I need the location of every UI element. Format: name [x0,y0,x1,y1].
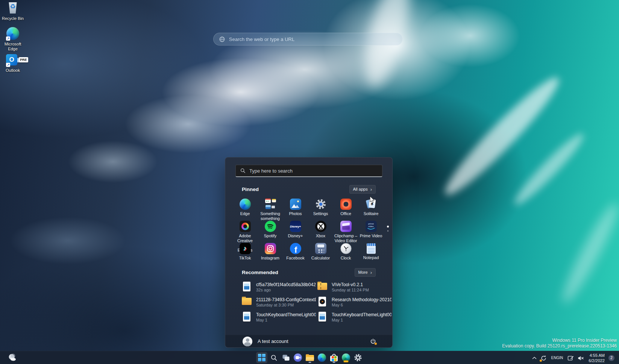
edge-icon [318,353,326,362]
pinned-app-calculator[interactable]: Calculator [308,241,333,263]
zip-folder-icon [317,281,327,293]
office-icon [340,199,352,210]
pinned-app-grid: Edge Something something Photos Setti [232,196,384,263]
more-button[interactable]: More › [355,268,376,277]
disney-plus-icon: Disney+ [290,221,301,232]
pinned-app-instagram[interactable]: Instagram [258,241,283,263]
tray-time: 4:55 AM [589,353,605,358]
image-file-icon [242,311,252,323]
pinned-app-edge[interactable]: Edge [232,196,258,218]
video-file-icon [317,296,327,308]
image-file-icon [317,311,327,323]
taskbar-chat-button[interactable] [292,352,303,363]
recommended-item[interactable]: TouchKeyboardThemeLight003 May 1 [317,309,393,325]
chevron-up-icon [532,356,537,359]
desktop-icon-recycle-bin[interactable]: ♻ Recycle Bin [1,2,25,21]
recommended-grid: cf5a73fe0f1f4a0cd58a38b04219a01... 32s a… [242,279,393,325]
adobe-express-icon [240,221,251,232]
weather-moon-icon [7,353,17,362]
prime-video-icon: prime video [366,221,377,232]
pen-input-icon [567,355,574,361]
outlook-icon: O PRE ↗ [5,53,20,67]
pinned-app-facebook[interactable]: f Facebook [283,241,308,263]
tray-language-button[interactable]: ENG IN [549,352,566,364]
start-menu-footer: A test account [225,335,392,347]
gear-icon [315,199,326,210]
pinned-app-photos[interactable]: Photos [283,196,308,218]
taskbar-store-button[interactable] [328,352,340,363]
power-button[interactable] [368,337,378,346]
avatar [243,337,252,346]
evaluation-watermark: Windows 11 Pro Insider Preview Evaluatio… [502,338,617,349]
user-account-button[interactable]: A test account [258,338,288,344]
pinned-app-disney-plus[interactable]: Disney+ Disney+ [283,218,308,241]
clipchamp-icon [340,221,352,232]
pinned-app-xbox[interactable]: Xbox [308,218,333,241]
tray-pen-button[interactable] [566,352,576,364]
image-file-icon [242,281,252,293]
all-apps-button[interactable]: All apps › [349,185,376,194]
globe-search-icon [219,36,225,42]
page-dot-active[interactable] [387,226,389,228]
pinned-app-solitaire[interactable]: ♠ Solitaire [358,196,384,218]
edge-icon [240,199,251,210]
desktop-icon-microsoft-edge[interactable]: ↗ Microsoft Edge [1,27,25,51]
tray-volume-button[interactable] [576,352,586,364]
folder-icon [242,296,252,308]
clock-icon [340,243,352,254]
wave-foam [437,70,567,203]
tray-notification-badge[interactable]: 2 [608,355,614,361]
pinned-app-adobe-express[interactable]: Adobe Creative Cloud Express [232,218,258,241]
desktop-icon-label: Outlook [1,68,25,73]
taskbar-search-button[interactable] [268,352,279,363]
tiktok-icon: ♪ [240,243,251,254]
chevron-right-icon: › [370,187,372,192]
pinned-app-settings[interactable]: Settings [308,196,333,218]
pinned-app-spotify[interactable]: Spotify [258,218,283,241]
collage-icon [265,199,276,210]
recommended-item[interactable]: Research Methodology-20210401_0... May 6 [317,294,393,309]
spotify-icon [265,221,276,232]
taskbar-widgets-button[interactable] [4,352,20,363]
chevron-right-icon: › [370,270,372,275]
pinned-app-something-something[interactable]: Something something [258,196,283,218]
taskbar-edge-button[interactable] [316,352,328,363]
pinned-app-clipchamp[interactable]: Clipchamp – Video Editor [333,218,358,241]
pinned-app-notepad[interactable]: Notepad [358,241,384,263]
recommended-item[interactable]: ViVeTool-v0.2.1 Sunday at 11:24 PM [317,279,393,294]
desktop-icon-outlook[interactable]: O PRE ↗ Outlook [1,53,25,73]
start-search-box[interactable] [235,165,382,177]
file-explorer-icon [306,354,314,361]
desktop-icon-label: Recycle Bin [1,16,25,21]
shortcut-arrow-icon: ↗ [6,63,10,67]
search-icon [240,168,246,173]
taskbar-edge-canary-button[interactable] [340,352,352,363]
start-search-input[interactable] [249,168,378,174]
recommended-item[interactable]: TouchKeyboardThemeLight000 May 1 [242,309,317,325]
calculator-icon [315,243,326,254]
speaker-muted-icon [578,355,584,361]
pinned-app-office[interactable]: Office [333,196,358,218]
pinned-app-clock[interactable]: Clock [333,241,358,263]
recommended-item[interactable]: 211128-73493-ConfigContextData Saturday … [242,294,317,309]
tray-clock-button[interactable]: 4:55 AM 6/2/2022 [586,352,607,364]
desktop-search-bar[interactable]: Search the web or type a URL [213,33,403,46]
pinned-page-indicator[interactable] [387,226,389,232]
taskbar-start-button[interactable] [256,352,267,363]
xbox-icon [315,221,326,232]
taskbar-explorer-button[interactable] [304,352,316,363]
pinned-app-tiktok[interactable]: ♪ TikTok [232,241,258,263]
system-tray: ENG IN 4:55 AM 6/2/2022 [530,351,619,364]
taskbar-settings-button[interactable] [352,352,364,363]
page-dot[interactable] [387,230,389,232]
chat-camera-icon [294,353,302,362]
start-menu: Pinned All apps › Edge Something somethi… [225,157,393,348]
tray-update-button[interactable] [539,352,549,364]
taskbar: ENG IN 4:55 AM 6/2/2022 [0,351,619,364]
taskbar-taskview-button[interactable] [280,352,291,363]
tray-chevron-button[interactable] [530,352,539,364]
pinned-app-prime-video[interactable]: prime video Prime Video [358,218,384,241]
recommended-item[interactable]: cf5a73fe0f1f4a0cd58a38b04219a01... 32s a… [242,279,317,294]
running-indicator [333,362,335,363]
pre-badge: PRE [19,57,28,62]
